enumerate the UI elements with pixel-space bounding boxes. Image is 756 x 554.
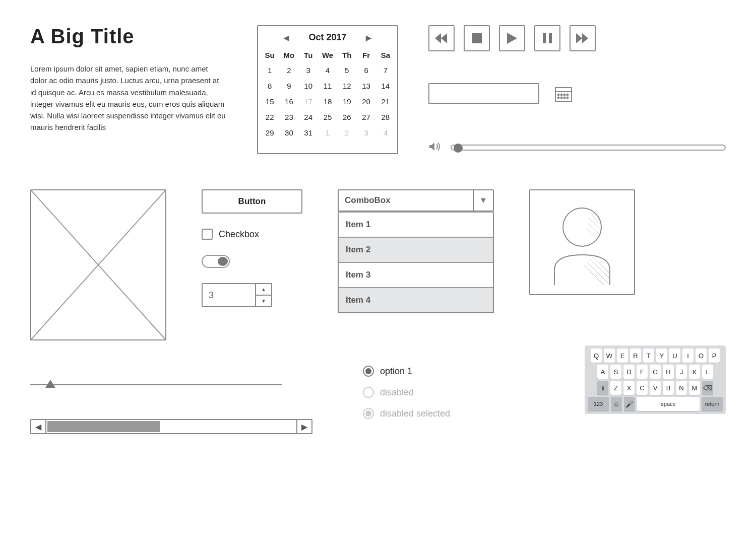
calendar[interactable]: ◀ Oct 2017 ▶ SuMoTuWeThFrSa 123456789101…	[257, 25, 398, 154]
calendar-day[interactable]: 30	[279, 125, 298, 141]
scroll-left-button[interactable]: ◀	[31, 420, 45, 433]
calendar-dow: We	[318, 48, 337, 62]
key-m[interactable]: M	[689, 381, 700, 395]
key-shift[interactable]: ⇧	[597, 381, 608, 395]
calendar-day[interactable]: 1	[260, 62, 279, 78]
scroll-right-button[interactable]: ▶	[297, 420, 311, 433]
calendar-day[interactable]: 4	[318, 62, 337, 78]
calendar-day[interactable]: 12	[337, 78, 356, 94]
calendar-day[interactable]: 16	[279, 94, 298, 109]
calendar-next-button[interactable]: ▶	[362, 34, 375, 42]
key-l[interactable]: L	[702, 365, 713, 379]
key-k[interactable]: K	[689, 365, 700, 379]
horizontal-scrollbar[interactable]: ◀ ▶	[30, 419, 312, 434]
numeric-stepper[interactable]: 3 ▲ ▼	[202, 283, 272, 307]
scroll-track[interactable]	[45, 420, 297, 433]
calendar-day[interactable]: 27	[356, 109, 375, 125]
calendar-day[interactable]: 2	[279, 62, 298, 78]
key-123[interactable]: 123	[588, 397, 609, 411]
key-f[interactable]: F	[637, 365, 648, 379]
volume-slider[interactable]	[451, 145, 726, 151]
key-a[interactable]: A	[597, 365, 608, 379]
key-o[interactable]: O	[696, 349, 707, 363]
key-return[interactable]: return	[702, 397, 723, 411]
calendar-day[interactable]: 7	[376, 62, 395, 78]
calendar-day[interactable]: 24	[299, 109, 318, 125]
fast-forward-button[interactable]	[570, 25, 596, 51]
list-item[interactable]: Item 3	[339, 262, 493, 287]
key-b[interactable]: B	[663, 381, 674, 395]
calendar-day[interactable]: 26	[337, 109, 356, 125]
key-g[interactable]: G	[650, 365, 661, 379]
calendar-day[interactable]: 14	[376, 78, 395, 94]
stepper-down-button[interactable]: ▼	[256, 296, 271, 306]
slider-thumb[interactable]	[45, 380, 55, 388]
calendar-day[interactable]: 22	[260, 109, 279, 125]
stepper-up-button[interactable]: ▲	[256, 284, 271, 296]
key-i[interactable]: I	[682, 349, 694, 363]
checkbox[interactable]	[202, 229, 213, 240]
key-backspace[interactable]: ⌫	[702, 381, 713, 395]
calendar-day[interactable]: 3	[299, 62, 318, 78]
calendar-day[interactable]: 13	[356, 78, 375, 94]
listbox[interactable]: Item 1Item 2Item 3Item 4	[338, 212, 494, 313]
calendar-day[interactable]: 28	[376, 109, 395, 125]
list-item[interactable]: Item 4	[339, 287, 493, 312]
calendar-day[interactable]: 6	[356, 62, 375, 78]
key-q[interactable]: Q	[591, 349, 602, 363]
rewind-button[interactable]	[428, 25, 455, 51]
calendar-day[interactable]: 20	[356, 94, 375, 109]
calendar-prev-button[interactable]: ◀	[280, 34, 293, 42]
key-w[interactable]: W	[604, 349, 615, 363]
calendar-day[interactable]: 25	[318, 109, 337, 125]
stop-button[interactable]	[464, 25, 490, 51]
calendar-day[interactable]: 15	[260, 94, 279, 109]
key-e[interactable]: E	[617, 349, 628, 363]
calendar-day[interactable]: 10	[299, 78, 318, 94]
calendar-dow: Tu	[299, 48, 318, 62]
key-c[interactable]: C	[637, 381, 648, 395]
key-h[interactable]: H	[663, 365, 674, 379]
radio-option-1[interactable]: option 1	[363, 366, 450, 377]
calendar-day[interactable]: 29	[260, 125, 279, 141]
calendar-day[interactable]: 19	[337, 94, 356, 109]
toggle-switch[interactable]	[202, 255, 230, 268]
button[interactable]: Button	[202, 189, 302, 214]
date-input[interactable]	[428, 83, 539, 104]
calendar-day[interactable]: 18	[318, 94, 337, 109]
key-j[interactable]: J	[676, 365, 687, 379]
key-s[interactable]: S	[610, 365, 621, 379]
calendar-day[interactable]: 21	[376, 94, 395, 109]
combobox[interactable]: ComboBox ▼	[338, 189, 494, 212]
scroll-thumb[interactable]	[47, 421, 160, 432]
calendar-icon[interactable]	[551, 82, 576, 106]
calendar-day[interactable]: 11	[318, 78, 337, 94]
calendar-day[interactable]: 5	[337, 62, 356, 78]
calendar-day[interactable]: 8	[260, 78, 279, 94]
key-t[interactable]: T	[643, 349, 654, 363]
key-z[interactable]: Z	[610, 381, 621, 395]
key-x[interactable]: X	[623, 381, 635, 395]
key-space[interactable]: space	[637, 397, 700, 411]
list-item[interactable]: Item 1	[339, 212, 493, 237]
key-y[interactable]: Y	[656, 349, 667, 363]
calendar-month-label: Oct 2017	[308, 32, 346, 43]
key-r[interactable]: R	[630, 349, 641, 363]
key-mic[interactable]: 🎤	[624, 397, 635, 411]
volume-slider-thumb[interactable]	[454, 144, 463, 153]
key-u[interactable]: U	[669, 349, 680, 363]
horizontal-slider[interactable]	[30, 381, 282, 389]
play-button[interactable]	[499, 25, 525, 51]
key-n[interactable]: N	[676, 381, 687, 395]
pause-button[interactable]	[534, 25, 560, 51]
calendar-day[interactable]: 23	[279, 109, 298, 125]
radio-label: disabled selected	[380, 408, 450, 419]
on-screen-keyboard[interactable]: QWERTYUIOP ASDFGHJKL ⇧ZXCVBNM⌫ 123 ☺ 🎤 s…	[585, 345, 726, 414]
key-v[interactable]: V	[650, 381, 661, 395]
calendar-day[interactable]: 31	[299, 125, 318, 141]
calendar-day[interactable]: 9	[279, 78, 298, 94]
key-emoji[interactable]: ☺	[611, 397, 622, 411]
key-p[interactable]: P	[709, 349, 720, 363]
list-item[interactable]: Item 2	[339, 237, 493, 262]
key-d[interactable]: D	[623, 365, 635, 379]
